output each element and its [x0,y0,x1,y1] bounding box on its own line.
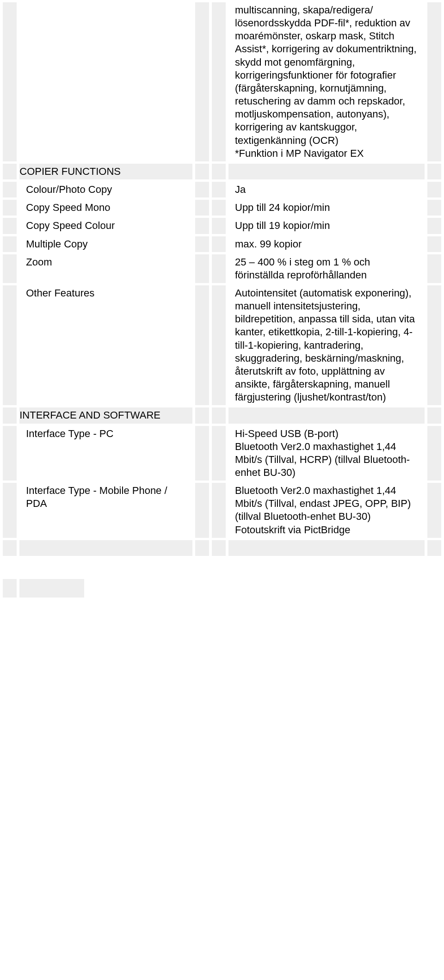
label: Interface Type - Mobile Phone / PDA [19,483,192,512]
value: 25 – 400 % i steg om 1 % och förinställd… [228,254,425,283]
row-interface-mobile: Interface Type - Mobile Phone / PDA Blue… [3,483,441,538]
row-zoom: Zoom 25 – 400 % i steg om 1 % och förins… [3,254,441,283]
row-interface-pc: Interface Type - PC Hi-Speed USB (B-port… [3,426,441,481]
row-multiple-copy: Multiple Copy max. 99 kopior [3,236,441,252]
intro-value: multiscanning, skapa/redigera/ lösenords… [228,2,425,161]
label: Multiple Copy [19,236,192,252]
row-copy-speed-mono: Copy Speed Mono Upp till 24 kopior/min [3,200,441,216]
row-colour-photo-copy: Colour/Photo Copy Ja [3,182,441,197]
value: Hi-Speed USB (B-port) Bluetooth Ver2.0 m… [228,426,425,481]
label: Zoom [19,254,192,270]
section-title-copier: COPIER FUNCTIONS [19,164,192,179]
bottom-left-block [19,579,84,598]
label: Interface Type - PC [19,426,192,442]
spec-page: multiscanning, skapa/redigera/ lösenords… [0,0,444,600]
row-other-features: Other Features Autointensitet (automatis… [3,285,441,405]
value: Upp till 19 kopior/min [228,218,425,234]
section-header-copier: COPIER FUNCTIONS [3,164,441,179]
intro-label [19,2,192,5]
label: Colour/Photo Copy [19,182,192,197]
gap-row [3,558,441,577]
spec-table: multiscanning, skapa/redigera/ lösenords… [0,0,444,600]
section-separator [3,540,441,556]
section-header-interface: INTERFACE AND SOFTWARE [3,407,441,423]
value: max. 99 kopior [228,236,425,252]
row-copy-speed-colour: Copy Speed Colour Upp till 19 kopior/min [3,218,441,234]
label: Copy Speed Mono [19,200,192,216]
bottom-partial-row [3,579,441,598]
value: Autointensitet (automatisk exponering), … [228,285,425,405]
value: Ja [228,182,425,197]
value: Upp till 24 kopior/min [228,200,425,216]
label: Copy Speed Colour [19,218,192,234]
value: Bluetooth Ver2.0 maxhastighet 1,44 Mbit/… [228,483,425,538]
section-title-interface: INTERFACE AND SOFTWARE [19,407,192,423]
row-intro: multiscanning, skapa/redigera/ lösenords… [3,2,441,161]
label: Other Features [19,285,192,301]
